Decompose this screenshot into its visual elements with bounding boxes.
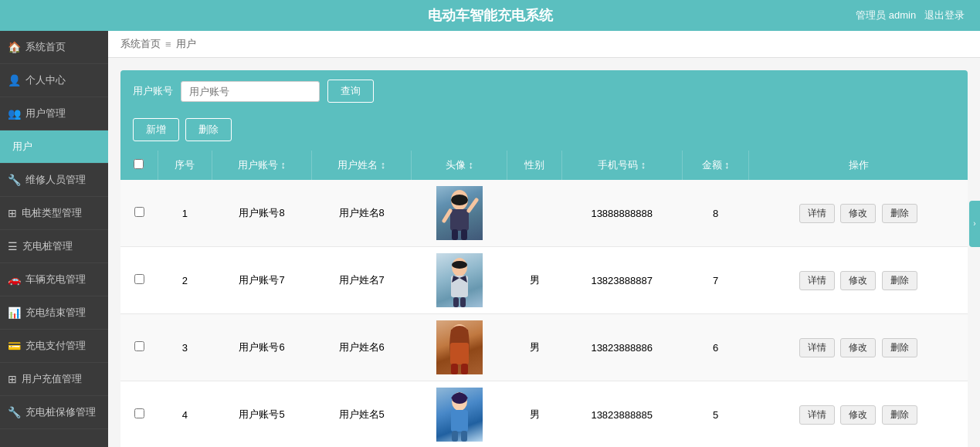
row-name: 用户姓名5 [312,381,412,448]
sidebar-item-label: 充电支付管理 [25,339,86,353]
breadcrumb-separator: ≡ [165,39,171,50]
row-checkbox-cell [120,180,158,247]
table-row: 4 用户账号5 用户姓名5 男 13823888885 5 详情 修改 删除 [120,381,968,448]
search-button[interactable]: 查询 [327,80,374,103]
row-checkbox[interactable] [134,207,144,217]
sidebar-item-user-mgmt[interactable]: 👥 用户管理 [0,97,108,130]
recharge-icon: ⊞ [8,373,17,385]
sidebar-item-home[interactable]: 🏠 系统首页 [0,31,108,64]
search-input[interactable] [181,81,320,102]
col-index: 序号 [158,151,212,180]
row-avatar [412,247,507,314]
col-phone: 手机号码 ↕ [561,151,682,180]
header-user-area: 管理员 admin 退出登录 [856,8,965,22]
delete-button[interactable]: 删除 [882,338,917,357]
main-layout: 🏠 系统首页 👤 个人中心 👥 用户管理 用户 🔧 维修人员管理 ⊞ 电桩类型管… [0,31,980,447]
row-amount: 6 [682,314,749,381]
sidebar-item-station-type[interactable]: ⊞ 电桩类型管理 [0,197,108,230]
row-checkbox[interactable] [134,274,144,284]
list-icon: ☰ [8,240,18,252]
grid-icon: ⊞ [8,207,17,219]
add-button[interactable]: 新增 [133,118,179,141]
sidebar-item-charge-pay[interactable]: 💳 充电支付管理 [0,330,108,363]
sidebar-item-station-repair[interactable]: 🔧 充电桩保修管理 [0,396,108,429]
breadcrumb-home[interactable]: 系统首页 [120,37,161,51]
action-bar: 新增 删除 [120,112,968,151]
sidebar-item-user-recharge[interactable]: ⊞ 用户充值管理 [0,363,108,396]
logout-button[interactable]: 退出登录 [924,9,965,21]
detail-button[interactable]: 详情 [799,271,835,290]
svg-point-13 [452,261,467,269]
col-actions: 操作 [749,151,968,180]
svg-line-3 [469,200,476,211]
sidebar-item-charge-result[interactable]: 📊 充电结束管理 [0,296,108,330]
delete-button[interactable]: 删除 [882,204,917,223]
row-avatar [412,381,507,448]
col-gender: 性别 [507,151,561,180]
edit-button[interactable]: 修改 [840,338,876,357]
breadcrumb-current: 用户 [176,37,196,51]
row-actions-cell: 详情 修改 删除 [749,381,968,448]
row-account: 用户账号5 [212,381,311,448]
detail-button[interactable]: 详情 [799,405,835,425]
edit-button[interactable]: 修改 [840,204,876,223]
sidebar-item-maintain[interactable]: 🔧 维修人员管理 [0,164,108,197]
svg-rect-22 [452,431,458,442]
select-all-checkbox[interactable] [134,159,144,169]
row-checkbox-cell [120,381,158,448]
sidebar-item-vehicle[interactable]: 🚗 车辆充电管理 [0,263,108,296]
svg-line-4 [444,211,450,221]
row-checkbox[interactable] [134,408,144,418]
detail-button[interactable]: 详情 [799,338,835,357]
repair-icon: 🔧 [8,406,21,418]
edit-button[interactable]: 修改 [840,405,876,425]
sidebar-item-label: 充电结束管理 [25,306,86,320]
sidebar: 🏠 系统首页 👤 个人中心 👥 用户管理 用户 🔧 维修人员管理 ⊞ 电桩类型管… [0,31,108,447]
header-title: 电动车智能充电系统 [428,6,553,25]
svg-rect-6 [461,229,467,240]
row-gender: 男 [507,247,561,314]
sidebar-item-station-mgmt[interactable]: ☰ 充电桩管理 [0,230,108,263]
col-name: 用户姓名 ↕ [312,151,412,180]
sidebar-item-label: 充电桩管理 [22,239,73,253]
content-body: 用户账号 查询 新增 删除 序号 用户账号 ↕ 用户姓名 ↕ [108,58,980,447]
sidebar-item-user[interactable]: 用户 [0,130,108,164]
row-phone: 13823888887 [561,247,682,314]
home-icon: 🏠 [8,41,21,53]
svg-rect-17 [451,364,458,374]
row-name: 用户姓名7 [312,247,412,314]
table-header-row: 序号 用户账号 ↕ 用户姓名 ↕ 头像 ↕ 性别 手机号码 ↕ 金额 ↕ 操作 [120,151,968,180]
row-checkbox-cell [120,314,158,381]
pay-icon: 💳 [8,340,21,352]
row-account: 用户账号7 [212,247,311,314]
sidebar-item-label: 车辆充电管理 [25,273,86,286]
batch-delete-button[interactable]: 删除 [185,118,232,141]
svg-rect-15 [450,343,469,364]
row-name: 用户姓名8 [312,180,412,247]
row-gender: 男 [507,381,561,448]
sidebar-item-label: 用户管理 [25,107,66,120]
row-phone: 13888888888 [561,180,682,247]
row-index: 3 [158,314,212,381]
delete-button[interactable]: 删除 [882,405,917,425]
sidebar-item-label: 电桩类型管理 [22,206,82,220]
col-checkbox [120,151,158,180]
row-phone: 13823888885 [561,381,682,448]
wrench-icon: 🔧 [8,174,21,186]
users-icon: 👥 [8,107,21,120]
table-container: 序号 用户账号 ↕ 用户姓名 ↕ 头像 ↕ 性别 手机号码 ↕ 金额 ↕ 操作 [120,151,968,447]
svg-point-2 [451,195,468,205]
row-amount: 8 [682,180,749,247]
right-panel-handle[interactable]: › [969,201,980,247]
detail-button[interactable]: 详情 [799,204,835,223]
edit-button[interactable]: 修改 [840,271,876,290]
row-account: 用户账号8 [212,180,311,247]
row-index: 1 [158,180,212,247]
row-checkbox[interactable] [134,341,144,351]
row-avatar [412,314,507,381]
row-phone: 13823888886 [561,314,682,381]
row-actions-cell: 详情 修改 删除 [749,247,968,314]
sidebar-item-label: 充电桩保修管理 [25,405,96,419]
delete-button[interactable]: 删除 [882,271,917,290]
sidebar-item-profile[interactable]: 👤 个人中心 [0,64,108,97]
